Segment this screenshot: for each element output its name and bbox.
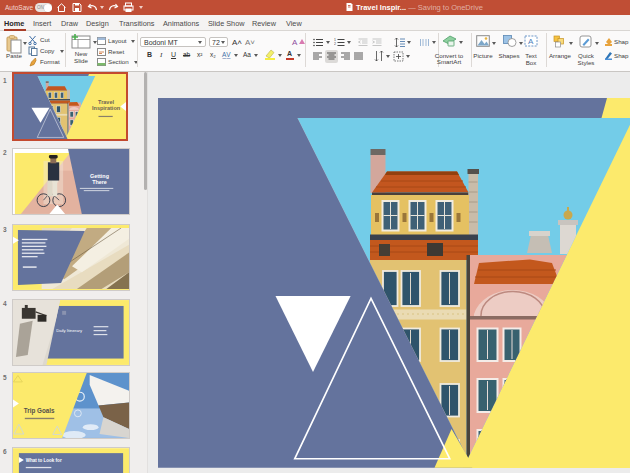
svg-text:What to Look for: What to Look for	[26, 457, 62, 462]
svg-text:A: A	[528, 37, 534, 46]
svg-text:Inspiration: Inspiration	[92, 105, 121, 111]
svg-text:2: 2	[334, 42, 336, 46]
svg-text:Daily Itinerary: Daily Itinerary	[56, 328, 83, 333]
svg-text:Travel: Travel	[98, 98, 114, 104]
svg-text:Getting: Getting	[90, 172, 109, 178]
svg-text:There: There	[92, 178, 107, 184]
svg-text:Trip Goals: Trip Goals	[24, 407, 55, 415]
